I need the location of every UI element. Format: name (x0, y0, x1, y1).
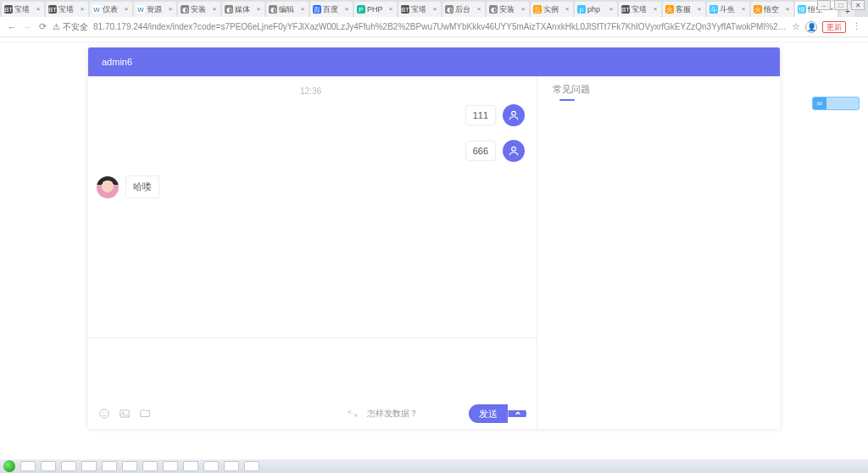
tab-favicon-icon: 斗 (709, 5, 718, 14)
browser-tab[interactable]: BT宝塔× (2, 2, 44, 17)
taskbar-item[interactable] (61, 461, 76, 471)
tab-favicon-icon: ◐ (225, 5, 233, 14)
composer-help-text[interactable]: 怎样发数据？ (367, 408, 418, 420)
tab-favicon-icon: 云 (533, 5, 542, 14)
faq-pane: 常见问题 (537, 76, 780, 429)
tab-label: 后台 (455, 4, 474, 15)
window-minimize-button[interactable]: – (817, 0, 831, 10)
tab-label: 安装 (191, 4, 209, 15)
browser-tab[interactable]: 火客服× (663, 2, 705, 17)
faq-tab[interactable]: 常见问题 (537, 76, 600, 106)
browser-tab[interactable]: ◐后台× (442, 2, 485, 17)
taskbar-item[interactable] (41, 461, 56, 471)
tab-favicon-icon: p (577, 5, 586, 14)
tab-label: 百度 (323, 4, 342, 15)
nav-reload-button[interactable]: ⟳ (37, 22, 47, 32)
tab-close-icon[interactable]: × (123, 6, 130, 13)
floating-share-button[interactable]: ∞ (812, 97, 860, 110)
send-button[interactable]: 发送 (469, 404, 508, 423)
tab-close-icon[interactable]: × (343, 6, 350, 13)
browser-tab[interactable]: ◐安装× (487, 2, 529, 17)
tab-label: PHP (367, 5, 386, 14)
bookmark-star-icon[interactable]: ☆ (792, 21, 800, 32)
tab-favicon-icon: BT (4, 5, 13, 14)
tab-label: 安装 (499, 4, 518, 15)
image-icon[interactable] (119, 408, 131, 420)
browser-tab[interactable]: ◐媒体× (222, 2, 264, 17)
browser-tab[interactable]: BT宝塔× (398, 2, 441, 17)
taskbar-item[interactable] (163, 461, 178, 471)
taskbar-item[interactable] (142, 461, 158, 471)
tab-close-icon[interactable]: × (167, 6, 174, 13)
chat-header: admin6 (88, 47, 780, 76)
nav-back-button[interactable]: ← (7, 22, 17, 32)
message-bubble: 111 (465, 105, 496, 125)
window-close-button[interactable]: ✕ (851, 0, 865, 10)
insecure-label: 不安全 (63, 21, 88, 33)
user-avatar-icon (503, 140, 525, 162)
emoji-icon[interactable] (98, 408, 110, 420)
tab-favicon-icon: 火 (754, 5, 762, 14)
tab-favicon-icon: ◐ (489, 5, 498, 14)
browser-tab[interactable]: ◐安装× (178, 2, 220, 17)
taskbar-item[interactable] (81, 461, 97, 471)
browser-menu-button[interactable]: ⋮ (851, 22, 861, 32)
message-list: 12:36 111 666 (88, 76, 537, 337)
taskbar-item[interactable] (20, 461, 36, 471)
browser-tab[interactable]: BT宝塔× (619, 2, 661, 17)
transfer-icon[interactable] (347, 408, 359, 420)
tab-favicon-icon: ◐ (181, 5, 189, 14)
taskbar-item[interactable] (203, 461, 219, 471)
browser-tab[interactable]: W仪表× (90, 2, 132, 17)
svg-point-2 (100, 409, 109, 419)
svg-point-1 (512, 147, 516, 151)
send-options-button[interactable] (508, 410, 526, 417)
tab-close-icon[interactable]: × (79, 6, 86, 13)
composer-input[interactable] (98, 338, 526, 398)
url-field[interactable]: 81.70.179.244/index/index?code=s7PEO6eLj… (93, 22, 787, 31)
browser-tab[interactable]: ◐编辑× (266, 2, 309, 17)
tab-close-icon[interactable]: × (255, 6, 262, 13)
browser-tab[interactable]: W资源× (134, 2, 176, 17)
tab-close-icon[interactable]: × (431, 6, 438, 13)
taskbar-item[interactable] (224, 461, 239, 471)
taskbar-item[interactable] (183, 461, 198, 471)
tab-close-icon[interactable]: × (696, 6, 703, 13)
tab-close-icon[interactable]: × (211, 6, 218, 13)
browser-update-button[interactable]: 更新 (822, 21, 846, 33)
start-button[interactable] (3, 460, 15, 472)
tab-label: 宝塔 (632, 4, 650, 15)
tab-close-icon[interactable]: × (608, 6, 615, 13)
browser-tab[interactable]: 斗斗鱼× (707, 2, 749, 17)
svg-point-4 (105, 413, 106, 414)
tab-close-icon[interactable]: × (387, 6, 394, 13)
tab-favicon-icon: ◐ (269, 5, 277, 14)
svg-point-3 (103, 413, 103, 414)
nav-forward-button[interactable]: → (22, 22, 32, 32)
browser-tab[interactable]: BT宝塔× (46, 2, 88, 17)
browser-tab[interactable]: 云实例× (531, 2, 573, 17)
tab-close-icon[interactable]: × (299, 6, 306, 13)
faq-tab-label: 常见问题 (553, 83, 590, 96)
tab-close-icon[interactable]: × (520, 6, 526, 13)
tab-favicon-icon: 悟 (798, 5, 806, 14)
share-icon: ∞ (813, 97, 826, 110)
security-status[interactable]: ⚠ 不安全 (53, 21, 88, 33)
browser-tab[interactable]: 火悟空× (751, 2, 793, 17)
taskbar-item[interactable] (102, 461, 117, 471)
window-maximize-button[interactable]: □ (834, 0, 848, 10)
tab-close-icon[interactable]: × (652, 6, 659, 13)
browser-tab[interactable]: 百百度× (310, 2, 353, 17)
browser-tab[interactable]: pphp× (575, 2, 617, 17)
browser-tab[interactable]: PPHP× (354, 2, 397, 17)
taskbar-item[interactable] (244, 461, 259, 471)
tab-close-icon[interactable]: × (35, 6, 42, 13)
file-icon[interactable] (139, 408, 151, 420)
tab-close-icon[interactable]: × (784, 6, 791, 13)
tab-close-icon[interactable]: × (740, 6, 747, 13)
tab-close-icon[interactable]: × (476, 6, 482, 13)
profile-avatar-icon[interactable]: 👤 (805, 21, 817, 33)
svg-point-0 (512, 111, 516, 115)
tab-close-icon[interactable]: × (564, 6, 570, 13)
taskbar-item[interactable] (122, 461, 137, 471)
